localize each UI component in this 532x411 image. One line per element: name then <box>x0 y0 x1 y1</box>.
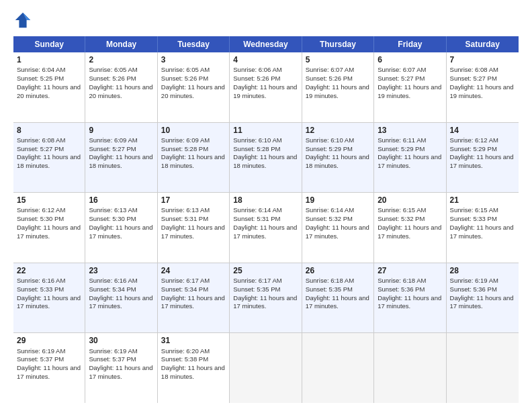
sunrise-label: Sunrise: 6:08 AM <box>450 66 498 73</box>
header-day-wednesday: Wednesday <box>230 36 302 52</box>
daylight-label: Daylight: 11 hours and 19 minutes. <box>378 83 441 99</box>
sunset-label: Sunset: 5:28 PM <box>233 145 280 152</box>
sunrise-label: Sunrise: 6:13 AM <box>161 206 210 214</box>
daylight-label: Daylight: 11 hours and 17 minutes. <box>17 364 81 380</box>
sunset-label: Sunset: 5:26 PM <box>89 75 136 82</box>
sunset-label: Sunset: 5:30 PM <box>17 215 64 222</box>
sunrise-label: Sunrise: 6:13 AM <box>89 206 137 214</box>
sunset-label: Sunset: 5:36 PM <box>450 285 497 293</box>
page: SundayMondayTuesdayWednesdayThursdayFrid… <box>0 0 532 411</box>
sunset-label: Sunset: 5:30 PM <box>89 215 136 222</box>
sunrise-label: Sunrise: 6:05 AM <box>89 66 137 73</box>
calendar-cell-w3-d6: 28 Sunrise: 6:19 AM Sunset: 5:36 PM Dayl… <box>447 263 519 333</box>
daylight-label: Daylight: 11 hours and 17 minutes. <box>17 294 81 310</box>
calendar-cell-w0-d2: 3 Sunrise: 6:05 AM Sunset: 5:26 PM Dayli… <box>158 52 230 122</box>
day-number: 22 <box>17 265 81 276</box>
daylight-label: Daylight: 11 hours and 17 minutes. <box>450 224 514 240</box>
calendar-body: 1 Sunrise: 6:04 AM Sunset: 5:25 PM Dayli… <box>13 52 519 403</box>
day-number: 31 <box>161 335 226 346</box>
sunrise-label: Sunrise: 6:12 AM <box>17 206 65 214</box>
day-number: 3 <box>161 54 226 65</box>
calendar-cell-w3-d0: 22 Sunrise: 6:16 AM Sunset: 5:33 PM Dayl… <box>13 263 85 333</box>
calendar-cell-w1-d4: 12 Sunrise: 6:10 AM Sunset: 5:29 PM Dayl… <box>302 123 374 193</box>
calendar-row-4: 29 Sunrise: 6:19 AM Sunset: 5:37 PM Dayl… <box>13 333 519 403</box>
header-day-tuesday: Tuesday <box>158 36 230 52</box>
calendar-cell-w1-d0: 8 Sunrise: 6:08 AM Sunset: 5:27 PM Dayli… <box>13 123 85 193</box>
sunset-label: Sunset: 5:26 PM <box>161 75 208 82</box>
calendar-cell-w0-d0: 1 Sunrise: 6:04 AM Sunset: 5:25 PM Dayli… <box>13 52 85 122</box>
sunset-label: Sunset: 5:27 PM <box>17 145 64 152</box>
day-number: 13 <box>378 125 442 136</box>
sunset-label: Sunset: 5:27 PM <box>378 75 425 82</box>
sunrise-label: Sunrise: 6:19 AM <box>89 347 137 355</box>
calendar-cell-w1-d5: 13 Sunrise: 6:11 AM Sunset: 5:29 PM Dayl… <box>374 123 446 193</box>
sunrise-label: Sunrise: 6:15 AM <box>450 206 498 214</box>
daylight-label: Daylight: 11 hours and 19 minutes. <box>450 83 514 99</box>
day-number: 30 <box>89 335 153 346</box>
sunset-label: Sunset: 5:29 PM <box>378 145 425 152</box>
day-number: 2 <box>89 54 153 65</box>
logo <box>13 11 35 30</box>
day-number: 15 <box>17 195 81 205</box>
sunrise-label: Sunrise: 6:04 AM <box>17 66 65 73</box>
sunset-label: Sunset: 5:33 PM <box>17 285 64 293</box>
calendar-cell-w4-d6 <box>447 333 519 403</box>
sunrise-label: Sunrise: 6:08 AM <box>17 136 65 144</box>
sunrise-label: Sunrise: 6:16 AM <box>89 277 137 284</box>
daylight-label: Daylight: 11 hours and 17 minutes. <box>233 224 297 240</box>
daylight-label: Daylight: 11 hours and 18 minutes. <box>161 364 225 380</box>
calendar-cell-w1-d2: 10 Sunrise: 6:09 AM Sunset: 5:28 PM Dayl… <box>158 123 230 193</box>
calendar-cell-w3-d2: 24 Sunrise: 6:17 AM Sunset: 5:34 PM Dayl… <box>158 263 230 333</box>
sunrise-label: Sunrise: 6:07 AM <box>378 66 426 73</box>
day-number: 1 <box>17 54 81 65</box>
daylight-label: Daylight: 11 hours and 18 minutes. <box>306 153 369 169</box>
calendar-row-0: 1 Sunrise: 6:04 AM Sunset: 5:25 PM Dayli… <box>13 52 519 123</box>
calendar-cell-w3-d4: 26 Sunrise: 6:18 AM Sunset: 5:35 PM Dayl… <box>302 263 374 333</box>
day-number: 11 <box>233 125 298 136</box>
day-number: 25 <box>233 265 298 276</box>
sunset-label: Sunset: 5:34 PM <box>161 285 208 293</box>
daylight-label: Daylight: 11 hours and 17 minutes. <box>306 294 369 310</box>
sunset-label: Sunset: 5:32 PM <box>306 215 353 222</box>
header-day-sunday: Sunday <box>13 36 85 52</box>
calendar-cell-w4-d0: 29 Sunrise: 6:19 AM Sunset: 5:37 PM Dayl… <box>13 333 85 403</box>
calendar-cell-w3-d5: 27 Sunrise: 6:18 AM Sunset: 5:36 PM Dayl… <box>374 263 446 333</box>
calendar: SundayMondayTuesdayWednesdayThursdayFrid… <box>13 36 519 403</box>
sunset-label: Sunset: 5:29 PM <box>450 145 497 152</box>
calendar-cell-w2-d2: 17 Sunrise: 6:13 AM Sunset: 5:31 PM Dayl… <box>158 193 230 263</box>
day-number: 8 <box>17 125 81 136</box>
daylight-label: Daylight: 11 hours and 17 minutes. <box>450 294 514 310</box>
daylight-label: Daylight: 11 hours and 19 minutes. <box>233 83 297 99</box>
daylight-label: Daylight: 11 hours and 18 minutes. <box>17 153 81 169</box>
daylight-label: Daylight: 11 hours and 17 minutes. <box>450 153 514 169</box>
sunrise-label: Sunrise: 6:12 AM <box>450 136 498 144</box>
day-number: 23 <box>89 265 153 276</box>
sunset-label: Sunset: 5:32 PM <box>378 215 425 222</box>
calendar-cell-w0-d1: 2 Sunrise: 6:05 AM Sunset: 5:26 PM Dayli… <box>85 52 157 122</box>
day-number: 12 <box>306 125 370 136</box>
sunrise-label: Sunrise: 6:11 AM <box>378 136 426 144</box>
calendar-row-3: 22 Sunrise: 6:16 AM Sunset: 5:33 PM Dayl… <box>13 263 519 334</box>
sunset-label: Sunset: 5:34 PM <box>89 285 136 293</box>
sunrise-label: Sunrise: 6:15 AM <box>378 206 426 214</box>
daylight-label: Daylight: 11 hours and 17 minutes. <box>233 294 297 310</box>
sunset-label: Sunset: 5:37 PM <box>89 355 136 363</box>
logo-icon <box>13 11 32 30</box>
daylight-label: Daylight: 11 hours and 20 minutes. <box>161 83 225 99</box>
header <box>13 11 519 30</box>
calendar-cell-w2-d0: 15 Sunrise: 6:12 AM Sunset: 5:30 PM Dayl… <box>13 193 85 263</box>
sunset-label: Sunset: 5:38 PM <box>161 355 208 363</box>
sunset-label: Sunset: 5:35 PM <box>233 285 280 293</box>
sunrise-label: Sunrise: 6:05 AM <box>161 66 210 73</box>
sunrise-label: Sunrise: 6:10 AM <box>233 136 281 144</box>
sunrise-label: Sunrise: 6:16 AM <box>17 277 65 284</box>
sunset-label: Sunset: 5:31 PM <box>161 215 208 222</box>
calendar-cell-w2-d5: 20 Sunrise: 6:15 AM Sunset: 5:32 PM Dayl… <box>374 193 446 263</box>
daylight-label: Daylight: 11 hours and 17 minutes. <box>89 294 152 310</box>
day-number: 24 <box>161 265 226 276</box>
sunset-label: Sunset: 5:35 PM <box>306 285 353 293</box>
sunrise-label: Sunrise: 6:17 AM <box>161 277 210 284</box>
daylight-label: Daylight: 11 hours and 20 minutes. <box>17 83 81 99</box>
day-number: 6 <box>378 54 442 65</box>
daylight-label: Daylight: 11 hours and 17 minutes. <box>378 294 441 310</box>
